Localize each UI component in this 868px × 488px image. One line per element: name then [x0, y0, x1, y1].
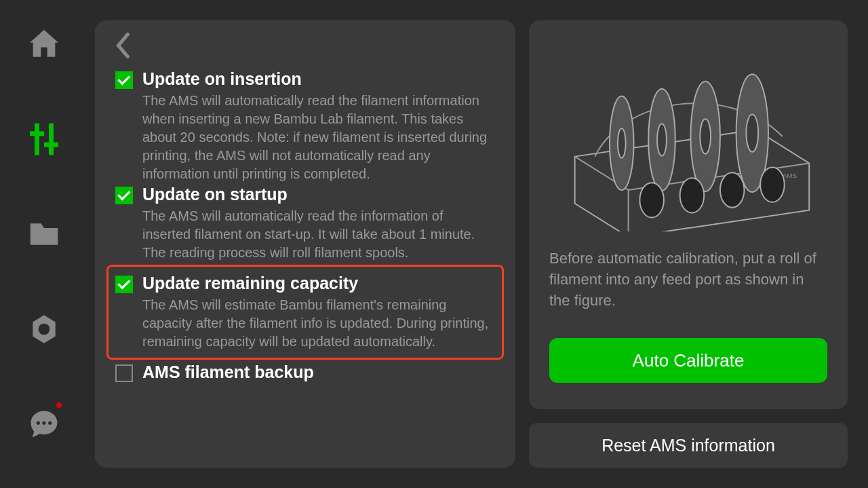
main-content: Update on insertion The AMS will automat…: [88, 0, 868, 488]
option-title: Update remaining capacity: [142, 274, 495, 293]
ams-illustration: AMS: [549, 38, 827, 235]
back-button[interactable]: [114, 33, 133, 62]
option-title: Update on insertion: [142, 69, 495, 89]
svg-rect-2: [30, 131, 44, 136]
svg-point-11: [746, 114, 758, 151]
chat-icon: [26, 407, 62, 442]
svg-rect-0: [35, 124, 39, 155]
option-desc: The AMS will automatically read the info…: [142, 207, 495, 262]
option-desc: The AMS will automatically read the fila…: [142, 92, 495, 183]
svg-point-5: [617, 128, 625, 157]
calibration-panel: AMS Before automatic calibration, put a …: [529, 20, 848, 409]
nav-gear[interactable]: [24, 309, 64, 350]
svg-point-13: [679, 178, 704, 212]
sidebar: [0, 0, 88, 488]
option-title: Update on startup: [142, 185, 495, 204]
auto-calibrate-button[interactable]: Auto Calibrate: [549, 338, 827, 383]
checkbox-update-remaining-capacity[interactable]: [115, 276, 133, 293]
svg-rect-3: [44, 143, 58, 147]
option-desc: The AMS will estimate Bambu filament's r…: [142, 296, 495, 351]
option-update-on-startup[interactable]: Update on startup The AMS will automatic…: [115, 185, 495, 262]
right-column: AMS Before automatic calibration, put a …: [529, 20, 848, 468]
svg-point-9: [700, 119, 711, 153]
svg-point-14: [719, 172, 744, 207]
svg-point-7: [657, 124, 667, 155]
option-update-on-insertion[interactable]: Update on insertion The AMS will automat…: [115, 69, 495, 183]
sliders-icon: [25, 120, 63, 158]
options-panel: Update on insertion The AMS will automat…: [95, 20, 515, 468]
checkbox-update-on-insertion[interactable]: [115, 71, 133, 89]
checkbox-ams-filament-backup[interactable]: [115, 364, 133, 382]
option-update-remaining-capacity[interactable]: Update remaining capacity The AMS will e…: [106, 265, 504, 360]
option-ams-filament-backup[interactable]: AMS filament backup: [115, 362, 495, 385]
svg-point-12: [639, 183, 664, 217]
calibration-instruction: Before automatic calibration, put a roll…: [549, 248, 827, 311]
checkbox-update-on-startup[interactable]: [115, 187, 133, 204]
folder-icon: [26, 216, 62, 252]
notification-dot: [56, 402, 62, 408]
chevron-left-icon: [114, 33, 133, 58]
home-icon: [25, 25, 63, 63]
nav-chat[interactable]: [24, 404, 64, 445]
nav-settings-sliders[interactable]: [24, 119, 64, 159]
svg-text:AMS: AMS: [782, 172, 797, 179]
svg-rect-1: [49, 124, 54, 155]
ams-device-icon: AMS: [555, 41, 823, 231]
svg-point-15: [760, 167, 785, 202]
hexagon-icon: [27, 312, 61, 346]
nav-home[interactable]: [24, 24, 64, 64]
nav-files[interactable]: [24, 214, 64, 255]
reset-ams-button[interactable]: Reset AMS information: [529, 423, 848, 468]
option-title: AMS filament backup: [142, 362, 495, 382]
